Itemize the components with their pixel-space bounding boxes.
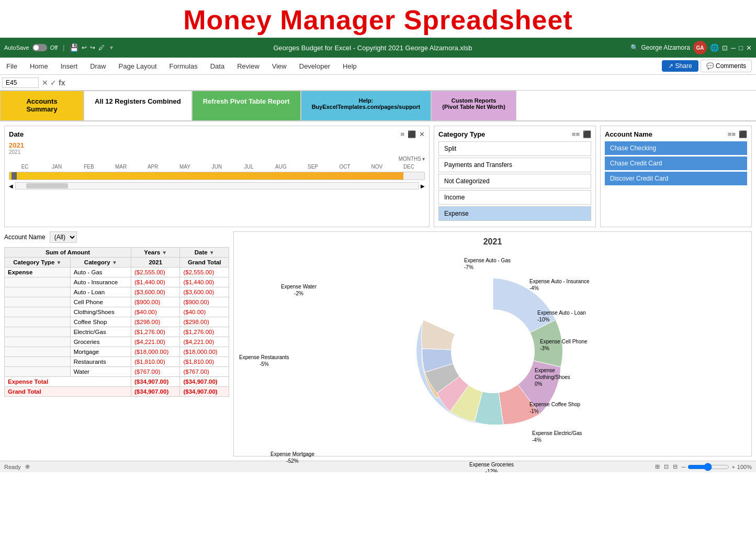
- account-sort-icon[interactable]: ≡≡: [728, 130, 736, 138]
- horizontal-scrollbar[interactable]: [15, 182, 419, 190]
- timeline-handle[interactable]: [12, 172, 17, 180]
- top-row: Date ≡ ⬛ ✕ 2021 2021 MONTHS ▾ EC JAN FEB…: [4, 126, 752, 227]
- scroll-right-icon[interactable]: ▶: [421, 183, 425, 189]
- cancel-formula-icon[interactable]: ✕: [42, 79, 48, 87]
- autosave-toggle[interactable]: [32, 44, 47, 51]
- menu-formulas[interactable]: Formulas: [163, 60, 204, 72]
- account-item-discover[interactable]: Discover Credit Card: [605, 172, 747, 185]
- menu-insert[interactable]: Insert: [54, 60, 84, 72]
- maximize-icon[interactable]: □: [739, 44, 743, 52]
- minimize-icon[interactable]: ─: [731, 44, 736, 52]
- menu-page-layout[interactable]: Page Layout: [112, 60, 163, 72]
- date-filter-title: Date: [9, 130, 24, 138]
- row-type: [5, 287, 71, 297]
- save-icon[interactable]: 💾: [70, 43, 78, 52]
- globe-icon[interactable]: 🌐: [710, 43, 719, 52]
- zoom-out-icon[interactable]: ─: [682, 464, 686, 470]
- tab-refresh-pivot[interactable]: Refresh Pivot Table Report: [192, 91, 301, 120]
- zoom-in-icon[interactable]: +: [731, 464, 735, 470]
- menu-help[interactable]: Help: [336, 60, 363, 72]
- row-grand: ($1,276.00): [180, 327, 229, 337]
- redo-icon[interactable]: ↪: [90, 44, 95, 51]
- pivot-table-section: Account Name (All) Sum of Amount Years ▼: [4, 231, 229, 456]
- formula-input[interactable]: [68, 79, 754, 86]
- row-category: Auto - Loan: [70, 287, 131, 297]
- account-item-chase-checking[interactable]: Chase Checking: [605, 141, 747, 155]
- share-button[interactable]: ↗ Share: [662, 60, 698, 72]
- formula-bar: ✕ ✓ fx: [0, 75, 756, 91]
- nav-tabs: Accounts Summary All 12 Registers Combin…: [0, 91, 756, 121]
- scroll-thumb-h[interactable]: [26, 183, 68, 188]
- grid-view-icon[interactable]: ⊞: [655, 463, 660, 470]
- donut-chart: Expense Water-2% Expense Auto - Gas-7% E…: [239, 252, 746, 451]
- category-item-income[interactable]: Income: [438, 190, 591, 205]
- cell-reference[interactable]: [2, 77, 39, 88]
- row-category: Electric/Gas: [70, 327, 131, 337]
- category-item-payments[interactable]: Payments and Transfers: [438, 158, 591, 172]
- menu-home[interactable]: Home: [24, 60, 54, 72]
- table-row: Groceries ($4,221.00) ($4,221.00): [5, 337, 229, 347]
- window-restore-icon[interactable]: ⊡: [722, 44, 728, 52]
- date-filter-panel: Date ≡ ⬛ ✕ 2021 2021 MONTHS ▾ EC JAN FEB…: [4, 126, 430, 227]
- page-break-icon[interactable]: ⊟: [673, 463, 678, 470]
- user-name: George Alzamora: [641, 44, 690, 51]
- row-2021: ($767.00): [131, 367, 180, 377]
- row-type: [5, 307, 71, 317]
- tab-custom-reports[interactable]: Custom Reports (Pivot Table Net Worth): [431, 91, 516, 120]
- date-filter-filter-icon[interactable]: ⬛: [408, 130, 416, 138]
- row-grand: ($900.00): [180, 297, 229, 307]
- category-filter-icon-pivot[interactable]: ▼: [112, 260, 117, 265]
- table-row: Water ($767.00) ($767.00): [5, 367, 229, 377]
- date-filter-sort-icon[interactable]: ≡: [400, 130, 404, 138]
- tab-accounts-summary[interactable]: Accounts Summary: [0, 91, 84, 120]
- table-row: Expense Auto - Gas ($2,555.00) ($2,555.0…: [5, 268, 229, 277]
- menu-bar: File Home Insert Draw Page Layout Formul…: [0, 58, 756, 75]
- status-bar: Ready ⊕ ⊞ ⊡ ⊟ ─ + 100%: [0, 461, 756, 472]
- insert-function-icon[interactable]: fx: [59, 79, 65, 87]
- scroll-left-icon[interactable]: ◀: [9, 183, 13, 189]
- menu-review[interactable]: Review: [231, 60, 266, 72]
- cattype-filter-icon[interactable]: ▼: [56, 260, 61, 265]
- pivot-header-sum: Sum of Amount: [5, 248, 131, 258]
- row-category: Cell Phone: [70, 297, 131, 307]
- file-name: Georges Budget for Excel - Copyright 202…: [118, 44, 627, 52]
- format-icon[interactable]: 🖊: [98, 44, 105, 51]
- category-item-not-categorized[interactable]: Not Categorized: [438, 174, 591, 188]
- row-category: Auto - Gas: [70, 268, 131, 277]
- table-row: Restaurants ($1,810.00) ($1,810.00): [5, 357, 229, 367]
- row-category: Restaurants: [70, 357, 131, 367]
- account-panel-header: Account Name ≡≡ ⬛: [605, 130, 747, 138]
- comments-button[interactable]: 💬 Comments: [701, 60, 752, 72]
- months-dropdown-icon[interactable]: ▾: [422, 156, 425, 162]
- timeline-bar[interactable]: [9, 172, 425, 180]
- tab-all-registers[interactable]: All 12 Registers Combined: [84, 91, 192, 120]
- accessibility-icon[interactable]: ⊕: [25, 463, 30, 470]
- menu-draw[interactable]: Draw: [84, 60, 112, 72]
- category-item-expense[interactable]: Expense: [438, 206, 591, 221]
- account-filter-icon[interactable]: ⬛: [739, 130, 747, 138]
- category-filter-icon[interactable]: ⬛: [583, 130, 591, 138]
- undo-icon[interactable]: ↩: [82, 44, 87, 51]
- close-icon[interactable]: ✕: [746, 44, 752, 52]
- menu-developer[interactable]: Developer: [293, 60, 336, 72]
- menu-view[interactable]: View: [266, 60, 293, 72]
- tab-help[interactable]: Help: BuyExcelTemplates.com/pages/suppor…: [301, 91, 432, 120]
- row-grand: ($767.00): [180, 367, 229, 377]
- search-icon[interactable]: 🔍: [630, 44, 638, 51]
- menu-file[interactable]: File: [0, 60, 24, 72]
- category-sort-icon[interactable]: ≡≡: [572, 130, 580, 138]
- date-filter-close-icon[interactable]: ✕: [419, 130, 425, 138]
- account-item-chase-credit[interactable]: Chase Credit Card: [605, 157, 747, 170]
- label-water: Expense Water-2%: [281, 283, 317, 297]
- zoom-slider[interactable]: [687, 463, 729, 471]
- confirm-formula-icon[interactable]: ✓: [50, 79, 57, 87]
- row-grand: ($2,555.00): [180, 268, 229, 277]
- pivot-header-date: Date ▼: [180, 248, 229, 258]
- years-filter-icon[interactable]: ▼: [162, 250, 167, 255]
- date-filter-icon-pivot[interactable]: ▼: [209, 250, 215, 255]
- category-item-split[interactable]: Split: [438, 141, 591, 156]
- page-view-icon[interactable]: ⊡: [664, 463, 669, 470]
- account-filter-select[interactable]: (All): [50, 231, 77, 243]
- row-category: Auto - Insurance: [70, 277, 131, 287]
- menu-data[interactable]: Data: [204, 60, 231, 72]
